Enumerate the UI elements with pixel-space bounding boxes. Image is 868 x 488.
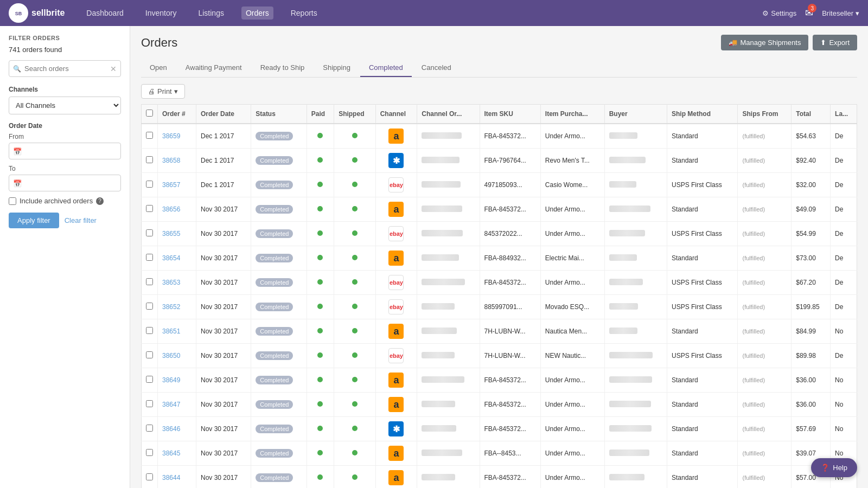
print-button[interactable]: 🖨 Print ▾ (141, 84, 185, 99)
row-checkbox-38647[interactable] (146, 400, 153, 407)
nav-orders[interactable]: Orders (241, 7, 273, 20)
row-checkbox-38652[interactable] (146, 303, 153, 310)
order-date-cell: Nov 30 2017 (196, 441, 251, 466)
buyer-blurred (609, 254, 637, 261)
order-link-38650[interactable]: 38650 (162, 352, 180, 359)
nav-inventory[interactable]: Inventory (141, 7, 181, 20)
row-checkbox-38646[interactable] (146, 425, 153, 432)
buyer-cell (604, 319, 667, 344)
order-status-cell: Completed (251, 319, 307, 344)
tab-open[interactable]: Open (141, 59, 176, 77)
shipped-cell (334, 417, 376, 441)
status-badge: Completed (256, 376, 293, 384)
buyer-blurred (609, 352, 653, 358)
channels-select[interactable]: All Channels (9, 97, 121, 114)
tab-awaiting-payment[interactable]: Awaiting Payment (177, 59, 251, 77)
paid-cell (307, 393, 334, 417)
order-link-38645[interactable]: 38645 (162, 450, 180, 457)
ships-from-cell: (fulfilled) (738, 173, 792, 197)
search-clear-icon[interactable]: ✕ (110, 65, 117, 73)
nav-reports[interactable]: Reports (286, 7, 322, 20)
order-link-38651[interactable]: 38651 (162, 328, 180, 335)
apply-filter-button[interactable]: Apply filter (9, 213, 59, 228)
row-checkbox-38654[interactable] (146, 254, 153, 261)
table-row: 38654 Nov 30 2017 Completed a FBA-884932… (142, 246, 857, 271)
ship-method-cell: Standard (667, 393, 738, 417)
search-box: 🔍 ✕ (9, 60, 121, 77)
print-bar: 🖨 Print ▾ (141, 84, 857, 99)
clear-filter-link[interactable]: Clear filter (65, 216, 97, 224)
logo[interactable]: SB sellbrite (9, 3, 65, 23)
order-status-cell: Completed (251, 393, 307, 417)
order-date-cell: Nov 30 2017 (196, 344, 251, 368)
ships-from-cell: (fulfilled) (738, 197, 792, 222)
from-date-input[interactable] (9, 143, 121, 159)
row-checkbox-38644[interactable] (146, 473, 153, 480)
select-all-checkbox[interactable] (146, 110, 153, 117)
sku-cell: 885997091... (480, 295, 540, 319)
ship-method-cell: Standard (667, 466, 738, 489)
channel-order-cell (417, 466, 480, 489)
order-date-cell: Nov 30 2017 (196, 393, 251, 417)
channel-cell: a (375, 393, 417, 417)
help-button[interactable]: ❓ Help (811, 458, 857, 477)
order-link-38649[interactable]: 38649 (162, 376, 180, 384)
total-cell: $54.99 (792, 222, 831, 246)
tab-ready-to-ship[interactable]: Ready to Ship (252, 59, 314, 77)
row-checkbox-38656[interactable] (146, 205, 153, 212)
shipped-dot (352, 206, 358, 211)
row-checkbox-38659[interactable] (146, 132, 153, 139)
order-link-38657[interactable]: 38657 (162, 181, 180, 189)
row-checkbox-38645[interactable] (146, 449, 153, 456)
buyer-cell (604, 271, 667, 295)
tab-canceled[interactable]: Canceled (413, 59, 460, 77)
settings-link[interactable]: ⚙ Settings (762, 9, 796, 17)
row-checkbox-38650[interactable] (146, 351, 153, 358)
include-archived-checkbox[interactable] (9, 197, 16, 205)
content-header: Orders 🚚 Manage Shipments ⬆ Export (141, 35, 857, 50)
row-checkbox-cell (142, 295, 158, 319)
notifications-button[interactable]: ✉ 3 (805, 7, 813, 19)
order-link-38652[interactable]: 38652 (162, 303, 180, 311)
order-link-38646[interactable]: 38646 (162, 425, 180, 433)
order-link-38659[interactable]: 38659 (162, 132, 180, 140)
paid-cell (307, 344, 334, 368)
total-cell: $84.99 (792, 319, 831, 344)
last-cell: De (831, 222, 857, 246)
nav-listings[interactable]: Listings (194, 7, 228, 20)
tab-completed[interactable]: Completed (360, 59, 412, 77)
tab-shipping[interactable]: Shipping (314, 59, 359, 77)
status-badge: Completed (256, 278, 293, 287)
nav-dashboard[interactable]: Dashboard (82, 7, 128, 20)
to-date-input[interactable] (9, 175, 121, 191)
status-badge: Completed (256, 254, 293, 262)
row-checkbox-38657[interactable] (146, 181, 153, 188)
order-link-38653[interactable]: 38653 (162, 279, 180, 286)
channel-cell: ebay (375, 173, 417, 197)
order-link-38656[interactable]: 38656 (162, 206, 180, 213)
row-checkbox-38655[interactable] (146, 229, 153, 236)
col-total: Total (792, 105, 831, 124)
status-badge: Completed (256, 205, 293, 214)
sku-cell: FBA-845372... (480, 393, 540, 417)
manage-shipments-button[interactable]: 🚚 Manage Shipments (721, 35, 808, 50)
row-checkbox-38653[interactable] (146, 278, 153, 285)
order-link-38644[interactable]: 38644 (162, 474, 180, 481)
table-row: 38656 Nov 30 2017 Completed a FBA-845372… (142, 197, 857, 222)
buyer-cell (604, 222, 667, 246)
help-tooltip-icon[interactable]: ? (96, 197, 104, 205)
row-checkbox-38658[interactable] (146, 156, 153, 163)
print-dropdown-icon: ▾ (174, 87, 178, 95)
order-link-38647[interactable]: 38647 (162, 401, 180, 408)
order-link-38655[interactable]: 38655 (162, 230, 180, 237)
table-row: 38649 Nov 30 2017 Completed a FBA-845372… (142, 368, 857, 393)
buyer-cell (604, 417, 667, 441)
order-link-38654[interactable]: 38654 (162, 254, 180, 262)
row-checkbox-38649[interactable] (146, 376, 153, 383)
paid-dot (317, 230, 323, 236)
search-input[interactable] (9, 60, 121, 77)
export-button[interactable]: ⬆ Export (813, 35, 857, 50)
row-checkbox-38651[interactable] (146, 327, 153, 334)
user-menu[interactable]: Briteseller ▾ (822, 9, 859, 17)
order-link-38658[interactable]: 38658 (162, 157, 180, 164)
